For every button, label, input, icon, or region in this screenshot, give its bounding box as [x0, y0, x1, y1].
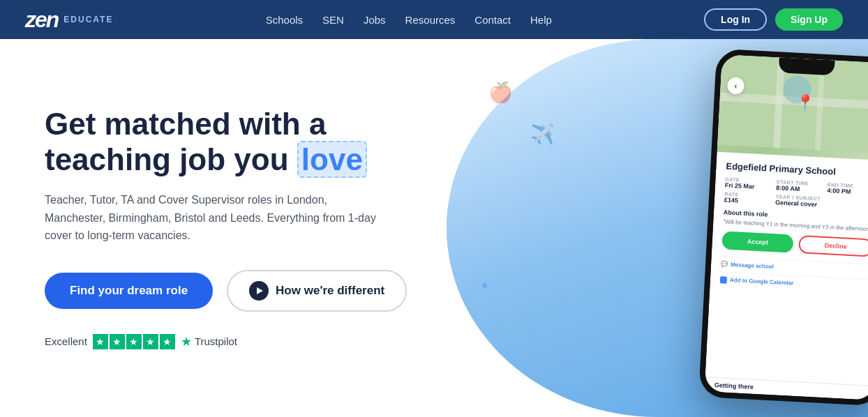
calendar-icon — [720, 276, 728, 284]
decline-button[interactable]: Decline — [798, 235, 868, 257]
hero-section: Get matched with a teaching job you love… — [0, 39, 868, 417]
end-col: END TIME 4:00 PM — [827, 182, 868, 197]
phone-frame: ‹ 📍 Edgefield Primary School DATE Fri 25… — [698, 49, 868, 407]
trustpilot: Excellent ★ ★ ★ ★ ★ ★ Trustpilot — [45, 334, 447, 349]
how-different-button[interactable]: How we're different — [227, 270, 407, 312]
nav-resources[interactable]: Resources — [405, 14, 456, 26]
heading-highlight: love — [297, 141, 367, 178]
logo[interactable]: zen EDUCATE — [25, 7, 113, 33]
find-role-button[interactable]: Find your dream role — [45, 273, 213, 309]
hero-heading: Get matched with a teaching job you love — [45, 107, 447, 177]
start-col: START TIME 8:00 AM — [776, 179, 825, 194]
apple-icon: 🍎 — [488, 81, 513, 104]
trust-label: Excellent — [45, 335, 87, 347]
logo-educate: EDUCATE — [63, 15, 113, 24]
star-2: ★ — [110, 334, 125, 349]
play-triangle — [257, 287, 263, 294]
trustpilot-star: ★ — [181, 334, 192, 349]
getting-title: Getting there — [714, 381, 865, 396]
logo-zen: zen — [25, 7, 58, 33]
navbar: zen EDUCATE Schools SEN Jobs Resources C… — [0, 0, 868, 39]
nav-schools[interactable]: Schools — [266, 14, 303, 26]
hero-subtext: Teacher, Tutor, TA and Cover Supervisor … — [45, 191, 380, 245]
signup-button[interactable]: Sign Up — [775, 8, 843, 31]
nav-links: Schools SEN Jobs Resources Contact Help — [266, 14, 552, 26]
star-3: ★ — [126, 334, 142, 349]
trustpilot-wordmark: Trustpilot — [195, 335, 237, 347]
message-bubble-icon: 💬 — [721, 261, 728, 268]
login-button[interactable]: Log In — [704, 8, 767, 31]
map-pin: 📍 — [795, 93, 814, 112]
accept-button[interactable]: Accept — [721, 232, 793, 253]
hero-buttons: Find your dream role How we're different — [45, 270, 447, 312]
school-name: Edgefield Primary School — [726, 160, 868, 179]
year-col: YEAR / SUBJECT General cover — [775, 194, 868, 211]
nav-jobs[interactable]: Jobs — [364, 14, 386, 26]
about-section: About this role "Will be teaching Y1 in … — [723, 208, 868, 233]
dot-icon-1: ● — [481, 279, 488, 291]
phone-screen: ‹ 📍 Edgefield Primary School DATE Fri 25… — [705, 54, 868, 400]
nav-help[interactable]: Help — [530, 14, 552, 26]
phone-notch — [779, 57, 835, 75]
nav-contact[interactable]: Contact — [474, 14, 511, 26]
trustpilot-logo: ★ Trustpilot — [181, 334, 237, 349]
hero-left: Get matched with a teaching job you love… — [0, 39, 447, 417]
phone-content: Edgefield Primary School DATE Fri 25 Mar… — [705, 152, 868, 386]
nav-actions: Log In Sign Up — [704, 8, 843, 31]
end-value: 4:00 PM — [827, 187, 868, 197]
hero-right: 🍎 ✏️ ✈️ ● ● — [447, 39, 868, 417]
star-5: ★ — [160, 334, 175, 349]
stars: ★ ★ ★ ★ ★ — [93, 334, 175, 349]
nav-sen[interactable]: SEN — [322, 14, 344, 26]
date-col: DATE Fri 25 Mar — [725, 176, 774, 191]
calendar-text: Add to Google Calendar — [720, 276, 794, 287]
star-4: ★ — [143, 334, 158, 349]
star-1: ★ — [93, 334, 108, 349]
action-buttons: Accept Decline — [721, 232, 868, 257]
school-details: DATE Fri 25 Mar START TIME 8:00 AM END T… — [724, 176, 868, 211]
message-text: 💬 Message school — [721, 261, 774, 270]
phone-mockup: ‹ 📍 Edgefield Primary School DATE Fri 25… — [708, 53, 868, 402]
rate-col: RATE £145 — [724, 191, 773, 206]
play-icon — [249, 281, 269, 301]
plane-icon: ✈️ — [530, 123, 555, 146]
